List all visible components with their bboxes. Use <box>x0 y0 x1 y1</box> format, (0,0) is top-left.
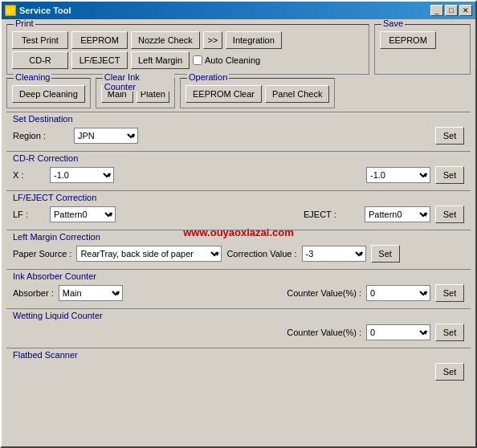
close-button[interactable]: ✕ <box>459 5 472 16</box>
correction-value-select-wrap: -3 <box>302 246 366 262</box>
wetting-liquid-header: Wetting Liquid Counter <box>6 309 471 322</box>
title-buttons: _ □ ✕ <box>430 5 472 16</box>
integration-button[interactable]: Integration <box>226 31 282 49</box>
wetting-counter-value-label: Counter Value(%) : <box>287 328 361 337</box>
main-window: ST Service Tool _ □ ✕ Print Test Print E… <box>0 0 477 448</box>
title-bar-left: ST Service Tool <box>5 5 71 16</box>
left-margin-body: Paper Source : RearTray, back side of pa… <box>6 243 471 266</box>
cleaning-group-content: Deep Cleaning <box>12 85 85 103</box>
operation-btn-row: EEPROM Clear Panel Check <box>186 85 329 103</box>
absorber-select[interactable]: Main <box>59 285 123 301</box>
cdr-set-button[interactable]: Set <box>435 166 464 184</box>
operation-group-label: Operation <box>187 72 229 82</box>
minimize-button[interactable]: _ <box>430 5 443 16</box>
deep-cleaning-button[interactable]: Deep Cleaning <box>12 85 85 103</box>
ink-absorber-section: Ink Absorber Counter Absorber : Main Cou… <box>6 269 471 305</box>
set-destination-section: Set Destination Region : JPN Set <box>6 112 471 148</box>
auto-cleaning-checkbox[interactable] <box>193 55 202 65</box>
absorber-label: Absorber : <box>13 288 54 298</box>
lf-eject-button[interactable]: LF/EJECT <box>71 51 128 69</box>
absorber-select-wrap: Main <box>59 285 123 301</box>
eeprom-print-button[interactable]: EEPROM <box>71 31 128 49</box>
region-label: Region : <box>13 131 69 141</box>
panel-check-button[interactable]: Panel Check <box>265 85 329 103</box>
lf-eject-body: LF : Pattern0 EJECT : Pattern0 Set <box>6 204 471 226</box>
print-group-label: Print <box>14 19 35 28</box>
wetting-counter-select-wrap: 0 <box>366 324 430 340</box>
correction-value-label: Correction Value : <box>226 249 296 259</box>
cdr-y-select-wrap: -1.0 <box>366 167 430 183</box>
wetting-liquid-body: Counter Value(%) : 0 Set <box>6 322 471 344</box>
flatbed-scanner-header: Flatbed Scanner <box>6 348 471 361</box>
clear-ink-counter-label: Clear Ink Counter <box>103 72 174 92</box>
cd-r-button[interactable]: CD-R <box>12 51 68 69</box>
ink-absorber-body: Absorber : Main Counter Value(%) : 0 Set <box>6 283 471 305</box>
flatbed-scanner-section: Flatbed Scanner Set <box>6 348 471 384</box>
eject-label: EJECT : <box>304 210 360 219</box>
paper-source-label: Paper Source : <box>13 249 71 259</box>
eeprom-save-button[interactable]: EEPROM <box>380 31 436 49</box>
left-margin-set-button[interactable]: Set <box>371 245 400 263</box>
ink-absorber-set-button[interactable]: Set <box>435 284 464 302</box>
lf-select-wrap: Pattern0 <box>50 206 116 222</box>
lf-eject-header: LF/EJECT Correction <box>6 191 471 204</box>
set-destination-body: Region : JPN Set <box>6 125 471 148</box>
cleaning-group-label: Cleaning <box>14 72 51 82</box>
cleaning-row: Cleaning Deep Cleaning Clear Ink Counter… <box>6 78 471 108</box>
nozzle-check-button[interactable]: Nozzle Check <box>131 31 200 49</box>
paper-source-select[interactable]: RearTray, back side of paper <box>76 246 222 262</box>
set-destination-header: Set Destination <box>6 112 471 125</box>
save-group-label: Save <box>381 19 405 28</box>
lf-eject-section: LF/EJECT Correction LF : Pattern0 EJECT … <box>6 190 471 226</box>
cdr-x-select[interactable]: -1.0 <box>50 167 114 183</box>
content-area: Print Test Print EEPROM Nozzle Check >> … <box>2 19 475 446</box>
cleaning-btn-row: Deep Cleaning <box>12 85 85 103</box>
print-group-content: Test Print EEPROM Nozzle Check >> Integr… <box>12 31 364 69</box>
flatbed-set-button[interactable]: Set <box>435 363 464 381</box>
cdr-y-select[interactable]: -1.0 <box>366 167 430 183</box>
eject-select-wrap: Pattern0 <box>365 206 430 222</box>
lf-eject-set-button[interactable]: Set <box>435 206 464 223</box>
wetting-set-button[interactable]: Set <box>435 324 464 341</box>
arrow-button[interactable]: >> <box>203 31 222 49</box>
left-margin-header: Left Margin Correction <box>6 230 471 243</box>
ink-counter-select-wrap: 0 <box>366 285 430 301</box>
auto-cleaning-wrap: Auto Cleaning <box>193 55 260 65</box>
flatbed-scanner-body: Set <box>6 361 471 384</box>
paper-source-select-wrap: RearTray, back side of paper <box>76 246 222 262</box>
wetting-liquid-section: Wetting Liquid Counter Counter Value(%) … <box>6 308 471 344</box>
cleaning-group: Cleaning Deep Cleaning <box>6 78 91 108</box>
save-row: EEPROM <box>380 31 465 49</box>
region-select-wrap: JPN <box>74 128 138 144</box>
cdr-correction-header: CD-R Correction <box>6 152 471 165</box>
lf-select[interactable]: Pattern0 <box>50 206 116 222</box>
operation-group-content: EEPROM Clear Panel Check <box>186 85 329 103</box>
window-icon: ST <box>5 5 16 16</box>
cdr-x-select-wrap: -1.0 <box>50 167 114 183</box>
cdr-correction-body: X : -1.0 -1.0 Set <box>6 165 471 187</box>
eeprom-clear-button[interactable]: EEPROM Clear <box>186 85 262 103</box>
test-print-button[interactable]: Test Print <box>12 31 68 49</box>
ink-counter-select[interactable]: 0 <box>366 285 430 301</box>
correction-value-select[interactable]: -3 <box>302 246 366 262</box>
operation-group: Operation EEPROM Clear Panel Check <box>180 78 335 108</box>
wetting-counter-select[interactable]: 0 <box>366 324 430 340</box>
eject-select[interactable]: Pattern0 <box>365 206 430 222</box>
ink-absorber-header: Ink Absorber Counter <box>6 270 471 283</box>
ink-counter-value-label: Counter Value(%) : <box>287 288 361 298</box>
print-row-1: Test Print EEPROM Nozzle Check >> Integr… <box>12 31 364 49</box>
clear-ink-counter-group: Clear Ink Counter Main Platen <box>96 78 175 108</box>
print-row-2: CD-R LF/EJECT Left Margin Auto Cleaning <box>12 51 364 69</box>
auto-cleaning-label: Auto Cleaning <box>205 55 260 65</box>
cdr-x-label: X : <box>13 170 45 180</box>
set-destination-button[interactable]: Set <box>435 127 464 145</box>
left-margin-section: Left Margin Correction Paper Source : Re… <box>6 230 471 266</box>
left-margin-button[interactable]: Left Margin <box>131 51 190 69</box>
window-title: Service Tool <box>19 6 71 15</box>
cdr-correction-section: CD-R Correction X : -1.0 -1.0 Set <box>6 151 471 187</box>
region-select[interactable]: JPN <box>74 128 138 144</box>
print-save-row: Print Test Print EEPROM Nozzle Check >> … <box>6 24 471 75</box>
title-bar: ST Service Tool _ □ ✕ <box>2 2 475 19</box>
print-group: Print Test Print EEPROM Nozzle Check >> … <box>6 24 369 75</box>
restore-button[interactable]: □ <box>445 5 458 16</box>
